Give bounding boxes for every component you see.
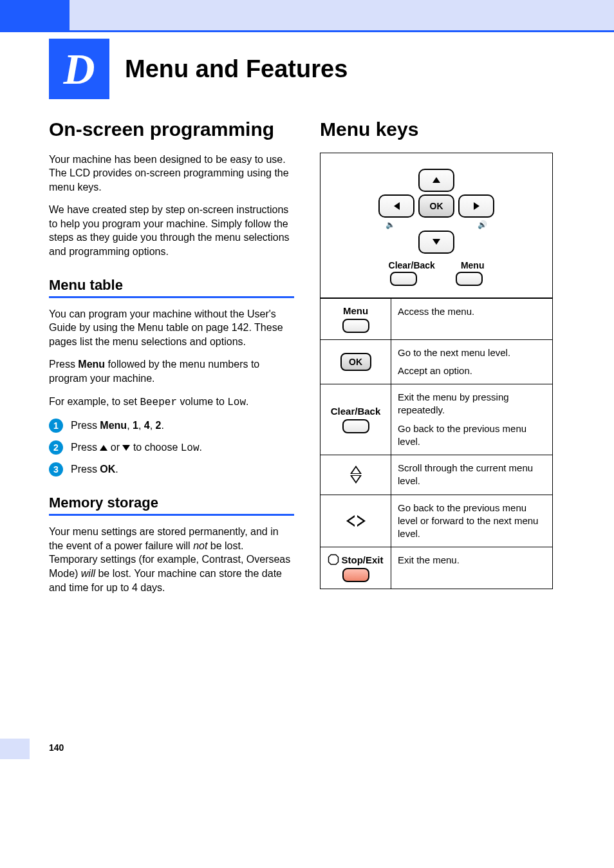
keypad-right-button xyxy=(458,194,494,218)
menu-table-para-3: For example, to set Beeper volume to Low… xyxy=(49,395,294,410)
row-leftright-desc: Go back to the previous menu level or fo… xyxy=(398,502,546,541)
triangle-down-icon xyxy=(350,475,362,484)
row-stopexit-desc: Exit the menu. xyxy=(398,554,546,567)
row-stopexit-button-icon xyxy=(342,568,369,582)
row-clearback-desc-1: Exit the menu by pressing repeatedly. xyxy=(398,391,546,417)
keypad-illustration: OK 🔈 🔊 Clear/Back Menu xyxy=(321,153,552,298)
arrow-right-icon xyxy=(474,202,479,210)
table-row-menu: Menu Access the menu. xyxy=(321,298,552,339)
svg-marker-0 xyxy=(329,555,339,565)
step-1: 1 Press Menu, 1, 4, 2. xyxy=(49,419,294,433)
table-row-leftright: Go back to the previous menu level or fo… xyxy=(321,495,552,547)
menu-table-heading: Menu table xyxy=(49,277,294,298)
table-row-stopexit: Stop/Exit Exit the menu. xyxy=(321,547,552,589)
keypad-menu-label: Menu xyxy=(461,260,485,270)
memory-storage-heading: Memory storage xyxy=(49,495,294,516)
row-menu-button-icon xyxy=(342,319,369,333)
step-badge-3: 3 xyxy=(49,462,63,476)
row-ok-desc-1: Go to the next menu level. xyxy=(398,346,546,359)
header-band xyxy=(0,0,614,32)
row-menu-label: Menu xyxy=(343,305,368,316)
section-onscreen-heading: On-screen programming xyxy=(49,118,294,141)
table-row-updown: Scroll through the current menu level. xyxy=(321,455,552,495)
step-badge-1: 1 xyxy=(49,419,63,433)
keypad-up-button xyxy=(418,169,454,192)
section-menukeys-heading: Menu keys xyxy=(320,118,565,141)
arrow-left-icon xyxy=(394,202,400,210)
triangle-up-icon xyxy=(350,466,362,474)
keypad-clearback-label: Clear/Back xyxy=(389,260,435,270)
memory-storage-para: Your menu settings are stored permanentl… xyxy=(49,525,294,594)
speaker-high-icon: 🔊 xyxy=(478,220,487,229)
triangle-right-icon xyxy=(357,515,366,527)
keypad-left-button xyxy=(378,194,414,218)
right-column: Menu keys OK 🔈 🔊 xyxy=(320,118,565,603)
chapter-header: D Menu and Features xyxy=(49,39,614,99)
header-accent-light xyxy=(70,0,614,32)
row-leftright-icon xyxy=(346,515,366,527)
row-ok-desc-2: Accept an option. xyxy=(398,364,546,377)
row-clearback-label: Clear/Back xyxy=(331,406,381,417)
step-3: 3 Press OK. xyxy=(49,462,294,476)
keypad-ok-button: OK xyxy=(418,194,454,218)
onscreen-para-1: Your machine has been designed to be eas… xyxy=(49,153,294,194)
header-accent-blue xyxy=(0,0,70,32)
speaker-low-icon: 🔈 xyxy=(386,220,395,229)
keypad-menu-button xyxy=(456,272,483,286)
chapter-letter-badge: D xyxy=(49,39,109,99)
row-menu-desc: Access the menu. xyxy=(398,305,546,318)
menu-table-para-1: You can program your machine without the… xyxy=(49,307,294,349)
step-2: 2 Press or to choose Low. xyxy=(49,440,294,455)
chapter-title: Menu and Features xyxy=(125,55,348,83)
table-row-ok: OK Go to the next menu level. Accept an … xyxy=(321,339,552,384)
step-badge-2: 2 xyxy=(49,440,63,455)
menu-table-para-2: Press Menu followed by the menu numbers … xyxy=(49,357,294,385)
stop-icon xyxy=(328,554,339,565)
triangle-left-icon xyxy=(346,515,355,527)
row-updown-desc: Scroll through the current menu level. xyxy=(398,462,546,488)
table-row-clearback: Clear/Back Exit the menu by pressing rep… xyxy=(321,384,552,455)
row-ok-button-icon: OK xyxy=(340,353,371,371)
arrow-up-icon xyxy=(433,177,440,183)
menu-keys-table: OK 🔈 🔊 Clear/Back Menu xyxy=(320,153,553,590)
arrow-down-icon xyxy=(122,445,130,451)
arrow-down-icon xyxy=(433,239,440,245)
left-column: On-screen programming Your machine has b… xyxy=(49,118,294,603)
page-number: 140 xyxy=(0,739,614,759)
onscreen-para-2: We have created step by step on-screen i… xyxy=(49,203,294,258)
row-clearback-button-icon xyxy=(342,419,369,433)
arrow-up-icon xyxy=(100,445,107,451)
keypad-down-button xyxy=(418,231,454,254)
row-updown-icon xyxy=(350,466,362,484)
row-stopexit-label: Stop/Exit xyxy=(341,554,383,565)
row-clearback-desc-2: Go back to the previous menu level. xyxy=(398,422,546,449)
keypad-clearback-button xyxy=(390,272,417,286)
